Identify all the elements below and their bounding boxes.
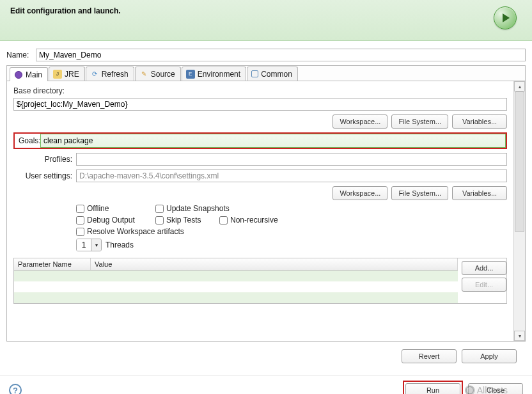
source-tab-icon: ✎ (139, 70, 148, 79)
debug-output-checkbox[interactable] (76, 216, 84, 225)
tab-label: Source (151, 70, 175, 79)
update-snapshots-checkbox[interactable] (155, 205, 164, 213)
goals-input[interactable] (40, 134, 506, 148)
params-table-header: Parameter Name Value (14, 258, 458, 271)
run-icon (494, 6, 517, 29)
workspace-button[interactable]: Workspace... (332, 114, 387, 129)
col-parameter-name[interactable]: Parameter Name (14, 258, 91, 270)
main-tab-icon (14, 70, 23, 79)
name-label: Name: (6, 51, 32, 59)
scroll-thumb[interactable] (515, 91, 524, 232)
update-snapshots-label: Update Snapshots (166, 204, 230, 213)
non-recursive-checkbox[interactable] (219, 216, 228, 225)
refresh-tab-icon: ⟳ (90, 70, 99, 79)
tab-label: Main (26, 70, 42, 79)
threads-spinner[interactable]: ▾ (76, 239, 102, 251)
table-row[interactable] (14, 281, 458, 292)
base-dir-label: Base directory: (13, 86, 507, 95)
add-button[interactable]: Add... (462, 261, 506, 275)
debug-output-label: Debug Output (87, 216, 135, 225)
filesystem-button-2[interactable]: File System... (391, 186, 448, 200)
workspace-button-2[interactable]: Workspace... (332, 186, 387, 200)
base-dir-input[interactable] (13, 98, 507, 111)
tab-main[interactable]: Main (10, 67, 48, 81)
skip-tests-checkbox[interactable] (155, 216, 164, 225)
jre-tab-icon: J (53, 70, 62, 79)
tab-label: Environment (198, 70, 240, 79)
edit-button: Edit... (462, 278, 506, 292)
table-row[interactable] (14, 271, 458, 281)
header-title: Edit configuration and launch. (10, 6, 121, 15)
name-input[interactable] (36, 49, 526, 61)
run-button[interactable]: Run (405, 383, 460, 394)
col-value[interactable]: Value (91, 258, 458, 270)
params-table-body[interactable] (14, 271, 458, 303)
threads-value[interactable] (77, 239, 91, 251)
tab-jre[interactable]: J JRE (49, 67, 85, 81)
tab-environment[interactable]: E Environment (182, 67, 246, 81)
chevron-down-icon[interactable]: ▾ (91, 239, 101, 251)
common-tab-icon (251, 70, 258, 77)
tab-label: JRE (65, 70, 79, 79)
user-settings-label: User settings: (13, 171, 72, 180)
apply-button[interactable]: Apply (462, 349, 517, 363)
resolve-workspace-label: Resolve Workspace artifacts (87, 227, 184, 236)
header-banner: Edit configuration and launch. (0, 0, 532, 41)
env-tab-icon: E (186, 70, 195, 79)
help-icon[interactable]: ? (9, 384, 22, 394)
skip-tests-label: Skip Tests (166, 216, 201, 225)
play-triangle-icon (503, 13, 510, 22)
tab-bar: Main J JRE ⟳ Refresh ✎ Source E Environm… (7, 66, 525, 81)
filesystem-button[interactable]: File System... (391, 114, 448, 129)
close-button[interactable]: Close (468, 383, 523, 394)
revert-button[interactable]: Revert (402, 349, 457, 363)
threads-label: Threads (106, 240, 134, 249)
tab-label: Common (261, 70, 292, 79)
tab-refresh[interactable]: ⟳ Refresh (86, 67, 134, 81)
variables-button[interactable]: Variables... (452, 114, 507, 129)
scroll-up-icon[interactable]: ▴ (514, 81, 525, 91)
non-recursive-label: Non-recursive (230, 216, 278, 225)
variables-button-2[interactable]: Variables... (452, 186, 507, 200)
offline-checkbox[interactable] (76, 205, 84, 213)
profiles-input[interactable] (76, 153, 507, 166)
goals-label: Goals: (15, 134, 40, 148)
run-highlight: Run (403, 381, 463, 394)
tab-label: Refresh (102, 70, 129, 79)
profiles-label: Profiles: (13, 155, 72, 164)
table-row[interactable] (14, 292, 458, 303)
user-settings-input[interactable] (76, 169, 507, 182)
tab-common[interactable]: Common (247, 67, 298, 81)
vertical-scrollbar[interactable]: ▴ ▾ (513, 81, 525, 341)
scroll-down-icon[interactable]: ▾ (514, 331, 525, 341)
tab-source[interactable]: ✎ Source (135, 67, 181, 81)
resolve-workspace-checkbox[interactable] (76, 228, 84, 236)
offline-label: Offline (87, 204, 109, 213)
